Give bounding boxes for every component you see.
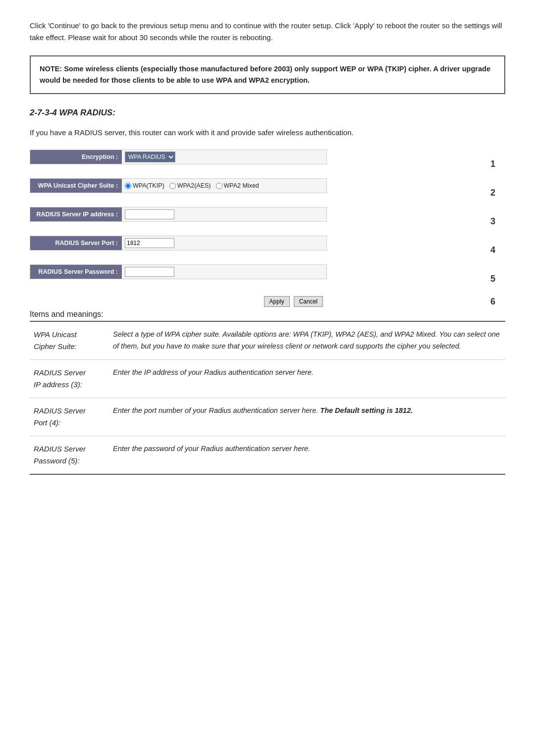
- radius-ip-row-wrapper: RADIUS Server IP address : 3: [30, 207, 505, 236]
- table-row: RADIUS ServerPort (4): Enter the port nu…: [30, 398, 505, 436]
- number-6: 6: [490, 297, 505, 307]
- encryption-select[interactable]: WPA RADIUS: [125, 151, 175, 162]
- radius-port-label: RADIUS Server Port :: [30, 236, 122, 250]
- wpa-suite-input-area: WPA(TKIP) WPA2(AES) WPA2 Mixed: [122, 179, 326, 193]
- encryption-row: Encryption : WPA RADIUS: [30, 150, 327, 164]
- radius-port-row: RADIUS Server Port :: [30, 236, 327, 251]
- form-container: Encryption : WPA RADIUS 1 WPA Unicast Ci…: [30, 150, 505, 310]
- desc-radius-password: Enter the password of your Radius authen…: [109, 436, 505, 475]
- encryption-row-wrapper: Encryption : WPA RADIUS 1: [30, 150, 505, 178]
- term-radius-ip: RADIUS ServerIP address (3):: [30, 360, 109, 398]
- radius-ip-input[interactable]: [125, 209, 174, 219]
- wpa-suite-radio-group: WPA(TKIP) WPA2(AES) WPA2 Mixed: [125, 182, 259, 189]
- table-row: RADIUS ServerIP address (3): Enter the I…: [30, 360, 505, 398]
- wpa-tkip-label: WPA(TKIP): [133, 182, 164, 189]
- number-1: 1: [490, 159, 505, 169]
- radius-port-input-area: [122, 236, 326, 250]
- table-row: WPA UnicastCipher Suite: Select a type o…: [30, 322, 505, 360]
- wpa2-mixed-radio[interactable]: [216, 183, 222, 189]
- radius-port-row-wrapper: RADIUS Server Port : 4: [30, 236, 505, 264]
- note-text: NOTE: Some wireless clients (especially …: [40, 63, 495, 86]
- desc-wpa-suite: Select a type of WPA cipher suite. Avail…: [109, 322, 505, 360]
- section-desc: If you have a RADIUS server, this router…: [30, 127, 505, 139]
- radius-password-input[interactable]: [125, 267, 174, 277]
- desc-radius-ip: Enter the IP address of your Radius auth…: [109, 360, 505, 398]
- encryption-input-area: WPA RADIUS: [122, 150, 326, 164]
- number-3: 3: [490, 216, 505, 227]
- actions-area: Apply Cancel: [30, 293, 327, 310]
- intro-text: Click 'Continue' to go back to the previ…: [30, 20, 505, 44]
- wpa2-mixed-option[interactable]: WPA2 Mixed: [216, 182, 259, 189]
- table-row: RADIUS ServerPassword (5): Enter the pas…: [30, 436, 505, 475]
- wpa-tkip-option[interactable]: WPA(TKIP): [125, 182, 164, 189]
- wpa2-aes-label: WPA2(AES): [177, 182, 211, 189]
- radius-password-input-area: [122, 265, 326, 279]
- wpa-suite-row: WPA Unicast Cipher Suite : WPA(TKIP) WPA…: [30, 178, 327, 193]
- apply-button[interactable]: Apply: [264, 296, 290, 307]
- cancel-button[interactable]: Cancel: [294, 296, 323, 307]
- number-4: 4: [490, 245, 505, 255]
- radius-password-label: RADIUS Server Password :: [30, 265, 122, 279]
- radius-port-input[interactable]: [125, 238, 174, 248]
- items-section: Items and meanings: WPA UnicastCipher Su…: [30, 310, 505, 475]
- radius-password-row: RADIUS Server Password :: [30, 264, 327, 279]
- items-title: Items and meanings:: [30, 310, 505, 322]
- section-title: 2-7-3-4 WPA RADIUS:: [30, 108, 505, 118]
- items-table: WPA UnicastCipher Suite: Select a type o…: [30, 322, 505, 475]
- encryption-label: Encryption :: [30, 150, 122, 164]
- number-5: 5: [490, 274, 505, 284]
- term-radius-password: RADIUS ServerPassword (5):: [30, 436, 109, 475]
- wpa2-aes-option[interactable]: WPA2(AES): [169, 182, 211, 189]
- radius-ip-row: RADIUS Server IP address :: [30, 207, 327, 222]
- wpa-suite-row-wrapper: WPA Unicast Cipher Suite : WPA(TKIP) WPA…: [30, 178, 505, 207]
- radius-ip-label: RADIUS Server IP address :: [30, 207, 122, 221]
- note-box: NOTE: Some wireless clients (especially …: [30, 55, 505, 94]
- desc-radius-port: Enter the port number of your Radius aut…: [109, 398, 505, 436]
- radius-password-row-wrapper: RADIUS Server Password : 5: [30, 264, 505, 293]
- wpa2-mixed-label: WPA2 Mixed: [224, 182, 259, 189]
- number-2: 2: [490, 188, 505, 198]
- radius-ip-input-area: [122, 207, 326, 221]
- actions-row-wrapper: Apply Cancel 6: [30, 293, 505, 310]
- wpa2-aes-radio[interactable]: [169, 183, 176, 189]
- wpa-suite-label: WPA Unicast Cipher Suite :: [30, 179, 122, 193]
- term-radius-port: RADIUS ServerPort (4):: [30, 398, 109, 436]
- wpa-tkip-radio[interactable]: [125, 183, 131, 189]
- term-wpa-suite: WPA UnicastCipher Suite:: [30, 322, 109, 360]
